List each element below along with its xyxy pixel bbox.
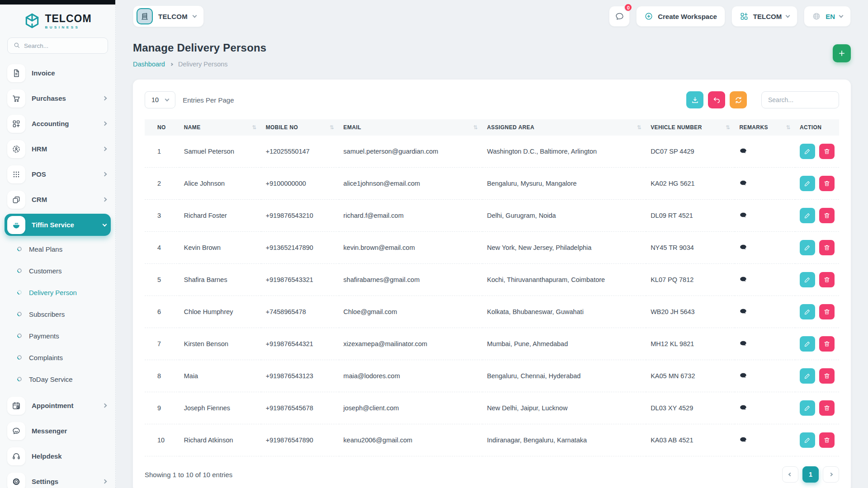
pagination-prev[interactable] <box>782 466 798 483</box>
sidebar-subitem-today-service[interactable]: ToDay Service <box>5 370 111 388</box>
delete-button[interactable] <box>819 304 835 319</box>
sort-icon[interactable]: ⇅ <box>473 124 478 131</box>
bullet-icon <box>16 289 23 296</box>
column-mobile[interactable]: MOBILE NO⇅ <box>261 119 339 136</box>
delete-button[interactable] <box>819 368 835 384</box>
delete-button[interactable] <box>819 176 835 191</box>
delete-button[interactable] <box>819 400 835 416</box>
org-selector[interactable]: TELCOM <box>731 6 797 27</box>
chat-button[interactable]: 0 <box>609 6 630 27</box>
sort-icon[interactable]: ⇅ <box>786 124 790 131</box>
sidebar-subitem-subscribers[interactable]: Subscribers <box>5 305 111 323</box>
sidebar-item-settings[interactable]: Settings <box>5 470 111 488</box>
cell-vehicle: KL07 PQ 7812 <box>646 264 735 296</box>
sidebar-subitem-customers[interactable]: Customers <box>5 262 111 280</box>
cell-vehicle: NY45 TR 9034 <box>646 232 735 264</box>
cell-name: Richard Atkinson <box>179 424 261 456</box>
remark-button[interactable] <box>739 372 747 380</box>
edit-button[interactable] <box>800 304 815 319</box>
sidebar-item-crm[interactable]: CRM <box>5 188 111 211</box>
remark-button[interactable] <box>739 308 747 316</box>
export-button[interactable] <box>686 91 703 108</box>
main-content: TELCOM 0 Create Workspace TELCOM <box>116 0 868 488</box>
sidebar-item-messenger[interactable]: Messenger <box>5 420 111 442</box>
delete-button[interactable] <box>819 240 835 255</box>
column-vehicle-number[interactable]: VEHICLE NUMBER⇅ <box>646 119 735 136</box>
sidebar-item-appointment[interactable]: Appointment <box>5 394 111 417</box>
entries-per-page-select[interactable]: 10 <box>145 91 175 108</box>
sidebar-subitem-payments[interactable]: Payments <box>5 327 111 345</box>
delete-button[interactable] <box>819 272 835 287</box>
cell-email: samuel.peterson@guardian.com <box>339 136 483 168</box>
sort-icon[interactable]: ⇅ <box>637 124 642 131</box>
sidebar-search-input[interactable] <box>24 42 102 49</box>
brand-logo[interactable]: TELCOM BUSINESS <box>0 5 115 38</box>
refresh-button[interactable] <box>730 91 747 108</box>
column-remarks[interactable]: REMARKS⇅ <box>735 119 795 136</box>
remark-button[interactable] <box>739 211 747 220</box>
edit-button[interactable] <box>800 368 815 384</box>
sidebar-item-label: HRM <box>32 145 97 153</box>
undo-button[interactable] <box>708 91 725 108</box>
column-assigned-area[interactable]: ASSIGNED AREA⇅ <box>482 119 646 136</box>
chevron-down-icon <box>839 14 844 18</box>
comment-icon <box>739 276 747 284</box>
sidebar-item-purchases[interactable]: Purchases <box>5 87 111 109</box>
workspace-selector[interactable]: TELCOM <box>133 5 204 27</box>
edit-button[interactable] <box>800 144 815 159</box>
remark-button[interactable] <box>739 244 747 252</box>
edit-button[interactable] <box>800 272 815 287</box>
trash-icon <box>823 308 830 315</box>
sidebar-item-invoice[interactable]: Invoice <box>5 62 111 84</box>
sidebar-item-helpdesk[interactable]: Helpdesk <box>5 445 111 467</box>
edit-button[interactable] <box>800 176 815 191</box>
sidebar-subitem-label: Complaints <box>29 354 63 361</box>
sort-icon[interactable]: ⇅ <box>330 124 334 131</box>
cell-area: New York, New Jersey, Philadelphia <box>482 232 646 264</box>
sidebar-item-hrm[interactable]: HRM <box>5 138 111 160</box>
sidebar-item-accounting[interactable]: Accounting <box>5 113 111 135</box>
remark-button[interactable] <box>739 340 747 348</box>
delete-button[interactable] <box>819 432 835 448</box>
language-code: EN <box>826 13 835 20</box>
pagination-next[interactable] <box>823 466 839 483</box>
cell-remarks <box>735 360 795 392</box>
cell-action <box>795 200 839 232</box>
column-email[interactable]: EMAIL⇅ <box>339 119 483 136</box>
cell-name: Alice Johnson <box>179 168 261 200</box>
edit-button[interactable] <box>800 400 815 416</box>
entries-summary: Showing 1 to 10 of 10 entries <box>145 471 232 479</box>
delete-button[interactable] <box>819 144 835 159</box>
workspace-building-icon <box>137 8 153 24</box>
sort-icon[interactable]: ⇅ <box>726 124 730 131</box>
sidebar-subitem-complaints[interactable]: Complaints <box>5 348 111 366</box>
language-selector[interactable]: EN <box>804 6 851 27</box>
edit-button[interactable] <box>800 432 815 448</box>
table-row: 5 Shafira Barnes +919876543321 shafiraba… <box>145 264 839 296</box>
sidebar-subitem-delivery-person[interactable]: Delivery Person <box>5 283 111 301</box>
column-name[interactable]: NAME⇅ <box>179 119 261 136</box>
remark-button[interactable] <box>739 179 747 188</box>
remark-button[interactable] <box>739 436 747 444</box>
cell-name: Maia <box>179 360 261 392</box>
cell-mobile: +919876544321 <box>261 328 339 360</box>
table-row: 3 Richard Foster +919876543210 richard.f… <box>145 200 839 232</box>
remark-button[interactable] <box>739 276 747 284</box>
sort-icon[interactable]: ⇅ <box>252 124 256 131</box>
delete-button[interactable] <box>819 336 835 352</box>
sidebar-item-pos[interactable]: POS <box>5 163 111 185</box>
remark-button[interactable] <box>739 404 747 412</box>
edit-button[interactable] <box>800 240 815 255</box>
sidebar-subitem-meal-plans[interactable]: Meal Plans <box>5 240 111 258</box>
pagination-page-1[interactable]: 1 <box>802 466 819 483</box>
create-workspace-button[interactable]: Create Workspace <box>636 6 725 27</box>
sidebar-item-tiffin-service[interactable]: Tiffin Service <box>5 214 111 236</box>
breadcrumb-dashboard-link[interactable]: Dashboard <box>133 61 165 68</box>
add-delivery-person-button[interactable] <box>833 44 851 62</box>
edit-button[interactable] <box>800 208 815 223</box>
table-search-input[interactable] <box>761 91 839 108</box>
edit-button[interactable] <box>800 336 815 352</box>
remark-button[interactable] <box>739 147 747 155</box>
pencil-icon <box>804 372 811 380</box>
delete-button[interactable] <box>819 208 835 223</box>
